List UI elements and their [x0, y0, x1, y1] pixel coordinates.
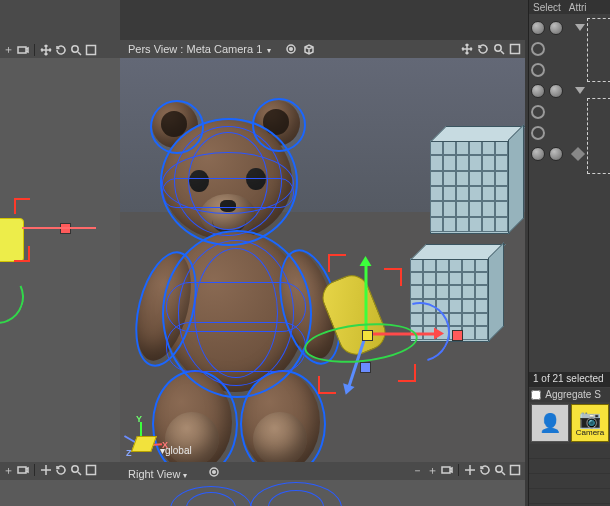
chevron-down-icon: ▾ [265, 46, 271, 55]
viewport-bottom-toolbar-right: － ＋ [411, 464, 521, 476]
move-icon[interactable] [464, 464, 476, 476]
rotate-icon[interactable] [477, 43, 489, 55]
chevron-down-icon: ▾ [183, 471, 187, 480]
plus-icon[interactable]: ＋ [2, 44, 14, 56]
zoom-icon[interactable] [493, 43, 505, 55]
viewport-bottom-canvas[interactable] [0, 480, 525, 506]
svg-rect-12 [442, 467, 450, 473]
viewport-bottom: ＋ Right View ▾ － ＋ [0, 462, 525, 506]
zoom-icon[interactable] [70, 464, 82, 476]
camera-gizmo[interactable] [0, 218, 50, 262]
render-dot-icon[interactable] [531, 63, 545, 77]
frame-icon[interactable] [509, 464, 521, 476]
viewport-bottom-toolbar-left: ＋ [0, 464, 122, 479]
svg-point-1 [72, 45, 78, 51]
rotate-icon[interactable] [479, 464, 491, 476]
render-dot-icon[interactable] [531, 42, 545, 56]
separator [34, 44, 35, 56]
viewport-main-toolbar: Pers View : Meta Camera 1 ▾ [120, 40, 525, 58]
render-dot-icon[interactable] [549, 147, 563, 161]
zoom-icon[interactable] [494, 464, 506, 476]
viewport-title-text: Pers View : Meta Camera 1 [128, 43, 262, 55]
plus-icon[interactable]: ＋ [2, 464, 14, 476]
axis-indicator: X Y Z ▾global [128, 406, 178, 456]
cube-icon[interactable] [303, 43, 315, 55]
svg-point-11 [212, 471, 215, 474]
expand-icon[interactable] [575, 24, 585, 31]
rotate-icon[interactable] [55, 44, 67, 56]
frame-icon[interactable] [85, 464, 97, 476]
svg-rect-0 [18, 47, 26, 53]
viewport-left-canvas[interactable] [0, 58, 120, 462]
visibility-dot-icon[interactable] [531, 147, 545, 161]
separator [34, 464, 35, 476]
panel-right: Select Attri 1 of 21 selected Aggregate … [528, 0, 610, 506]
group-outline [587, 18, 610, 82]
target-icon[interactable] [285, 43, 297, 55]
object-camera-button[interactable]: 📷 Camera [571, 404, 609, 442]
group-outline [587, 98, 610, 174]
target-icon[interactable] [208, 466, 220, 478]
aggregate-checkbox[interactable] [531, 390, 541, 400]
viewport-left-toolbar: ＋ [0, 42, 122, 57]
object-avatar-button[interactable]: 👤 [531, 404, 569, 442]
panel-right-empty [529, 444, 610, 506]
aggregate-label: Aggregate S [545, 389, 601, 400]
svg-point-8 [72, 466, 78, 472]
camera-icon[interactable] [17, 464, 29, 476]
viewport-title[interactable]: Pers View : Meta Camera 1 ▾ [120, 43, 271, 55]
zoom-icon[interactable] [70, 44, 82, 56]
move-icon[interactable] [40, 44, 52, 56]
move-icon[interactable] [461, 43, 473, 55]
svg-rect-6 [511, 45, 520, 54]
svg-rect-7 [18, 467, 26, 473]
selection-status: 1 of 21 selected [529, 372, 610, 387]
separator [458, 464, 459, 476]
render-dot-icon[interactable] [531, 105, 545, 119]
svg-rect-2 [87, 45, 96, 54]
render-dot-icon[interactable] [549, 21, 563, 35]
visibility-dot-icon[interactable] [531, 84, 545, 98]
visibility-dot-icon[interactable] [531, 21, 545, 35]
svg-rect-9 [87, 466, 96, 475]
viewport-bottom-title[interactable]: Right View ▾ [128, 466, 220, 480]
expand-icon[interactable] [575, 87, 585, 94]
viewport-main: Pers View : Meta Camera 1 ▾ [120, 40, 525, 462]
camera-icon: 📷 [579, 410, 601, 428]
viewport-left: ＋ [0, 0, 120, 462]
svg-point-5 [495, 45, 501, 51]
frame-icon[interactable] [85, 44, 97, 56]
render-dot-icon[interactable] [531, 126, 545, 140]
svg-rect-14 [511, 466, 520, 475]
edit-icon[interactable] [571, 146, 585, 160]
object-camera-label: Camera [576, 428, 604, 437]
camera-icon[interactable] [441, 464, 453, 476]
tab-select[interactable]: Select [533, 2, 561, 13]
aggregate-toggle[interactable]: Aggregate S [529, 388, 610, 402]
plus-icon[interactable]: ＋ [426, 464, 438, 476]
avatar-icon: 👤 [539, 414, 561, 432]
svg-point-13 [496, 466, 502, 472]
object-type-icons: 👤 📷 Camera [531, 404, 609, 442]
viewport-main-canvas[interactable]: X Y Z ▾global [120, 58, 525, 462]
move-icon[interactable] [40, 464, 52, 476]
camera-icon[interactable] [17, 44, 29, 56]
minus-icon[interactable]: － [411, 464, 423, 476]
panel-right-tabs: Select Attri [529, 0, 610, 14]
render-dot-icon[interactable] [549, 84, 563, 98]
rotate-icon[interactable] [55, 464, 67, 476]
selected-object-gizmo[interactable] [320, 246, 440, 386]
axis-mode-label[interactable]: ▾global [160, 445, 192, 456]
tab-attributes[interactable]: Attri [569, 2, 587, 13]
svg-point-4 [290, 48, 293, 51]
frame-icon[interactable] [509, 43, 521, 55]
